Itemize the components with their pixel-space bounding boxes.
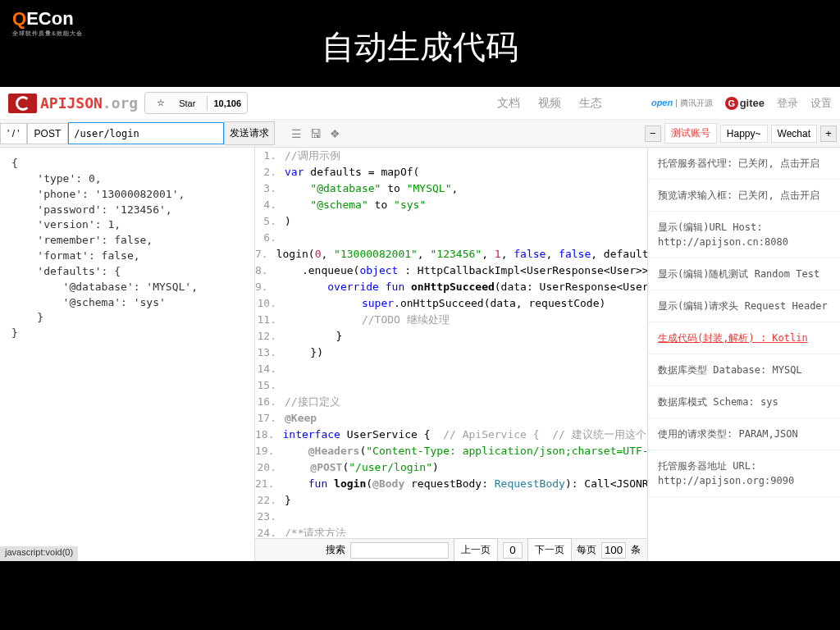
sidebar-item[interactable]: 托管服务器地址 URL: http://apijson.org:9090 xyxy=(648,450,840,497)
nav: 文档 视频 生态 xyxy=(497,96,602,111)
layers-icon[interactable]: ❖ xyxy=(330,127,340,140)
status-bar: javascript:void(0) xyxy=(0,546,78,561)
gitee-link[interactable]: Ggitee xyxy=(725,97,765,110)
next-page-button[interactable]: 下一页 xyxy=(527,538,572,561)
happy-tag[interactable]: Happy~ xyxy=(720,125,768,143)
code-pane: 1.//调用示例2.var defaults = mapOf(3. "@data… xyxy=(254,148,648,561)
code-line: 7.login(0, "13000082001", "123456", 1, f… xyxy=(255,246,647,262)
code-line: 9. override fun onHttpSucceed(data: User… xyxy=(255,279,647,295)
code-line: 14. xyxy=(255,361,647,377)
sidebar-item[interactable]: 显示(编辑)URL Host: http://apijson.cn:8080 xyxy=(648,212,840,258)
code-line: 20. @POST("/user/login") xyxy=(255,459,647,476)
code-line: 6. xyxy=(255,230,647,246)
apijson-logo-icon xyxy=(8,94,37,113)
settings-link[interactable]: 设置 xyxy=(810,96,832,111)
prev-page-button[interactable]: 上一页 xyxy=(454,538,498,561)
minus-button[interactable]: − xyxy=(645,126,661,142)
login-link[interactable]: 登录 xyxy=(777,96,798,111)
nav-eco[interactable]: 生态 xyxy=(579,96,602,111)
plus-button[interactable]: + xyxy=(820,126,837,142)
send-button[interactable]: 发送请求 xyxy=(224,121,275,145)
star-icon: ☆ xyxy=(151,95,171,111)
github-star-button[interactable]: ☆Star 10,106 xyxy=(144,92,248,114)
save-icon[interactable]: 🖫 xyxy=(310,127,322,140)
app-window: APIJSON.org ☆Star 10,106 文档 视频 生态 open |… xyxy=(0,87,840,561)
code-line: 8. .enqueue(object : HttpCallbackImpl<Us… xyxy=(255,262,647,279)
sidebar-item[interactable]: 数据库类型 Database: MYSQL xyxy=(648,354,840,386)
brand: APIJSON.org xyxy=(40,94,138,112)
code-line: 22.} xyxy=(255,492,647,509)
sidebar-item[interactable]: 显示(编辑)随机测试 Random Test xyxy=(648,258,840,290)
toolbar: ' / ' POST 发送请求 ☰ 🖫 ❖ − 测试账号 Happy~ Wech… xyxy=(0,120,840,148)
url-input[interactable] xyxy=(68,122,224,144)
request-body-editor[interactable]: { 'type': 0, 'phone': '13000082001', 'pa… xyxy=(0,148,254,561)
code-line: 24./**请求方法 xyxy=(255,525,647,536)
sidebar-item[interactable]: 托管服务器代理: 已关闭, 点击开启 xyxy=(648,148,840,180)
nav-docs[interactable]: 文档 xyxy=(497,96,520,111)
code-line: 17.@Keep xyxy=(255,410,647,427)
code-line: 11. //TODO 继续处理 xyxy=(255,312,647,328)
code-line: 5.) xyxy=(255,213,647,230)
settings-sidebar: 托管服务器代理: 已关闭, 点击开启预览请求输入框: 已关闭, 点击开启显示(编… xyxy=(648,148,840,561)
code-line: 13. }) xyxy=(255,345,647,361)
sidebar-item[interactable]: 生成代码(封装,解析) : Kotlin xyxy=(648,322,840,354)
code-line: 2.var defaults = mapOf( xyxy=(255,164,647,180)
code-line: 16.//接口定义 xyxy=(255,394,647,410)
code-line: 21. fun login(@Body requestBody: Request… xyxy=(255,476,647,492)
code-line: 3. "@database" to "MYSQL", xyxy=(255,180,647,197)
sidebar-item[interactable]: 使用的请求类型: PARAM,JSON xyxy=(648,418,840,450)
wechat-tag[interactable]: Wechat xyxy=(771,125,817,143)
sidebar-item[interactable]: 预览请求输入框: 已关闭, 点击开启 xyxy=(648,180,840,212)
method-button[interactable]: POST xyxy=(27,123,69,144)
slide-title: 自动生成代码 xyxy=(0,0,840,70)
test-account-tag[interactable]: 测试账号 xyxy=(664,123,717,144)
code-line: 1.//调用示例 xyxy=(255,148,647,164)
tencent-open-link[interactable]: open | 腾讯开源 xyxy=(651,98,713,109)
list-icon[interactable]: ☰ xyxy=(291,127,302,140)
code-line: 15. xyxy=(255,377,647,394)
sidebar-item[interactable]: 数据库模式 Schema: sys xyxy=(648,386,840,418)
generated-code[interactable]: 1.//调用示例2.var defaults = mapOf(3. "@data… xyxy=(255,148,647,536)
qecon-logo: QECon 全球软件质量&效能大会 xyxy=(12,8,83,38)
sidebar-item[interactable]: 显示(编辑)请求头 Request Header xyxy=(648,290,840,322)
slash-button[interactable]: ' / ' xyxy=(0,123,27,144)
page-number-input[interactable] xyxy=(503,542,523,559)
search-input[interactable] xyxy=(350,542,449,559)
per-page-input[interactable] xyxy=(601,542,626,559)
code-line: 19. @Headers("Content-Type: application/… xyxy=(255,443,647,459)
code-line: 10. super.onHttpSucceed(data, requestCod… xyxy=(255,295,647,312)
code-line: 18.interface UserService { // ApiService… xyxy=(255,427,647,443)
nav-video[interactable]: 视频 xyxy=(538,96,561,111)
search-bar: 搜索 上一页 下一页 每页 条 xyxy=(255,538,647,561)
header: APIJSON.org ☆Star 10,106 文档 视频 生态 open |… xyxy=(0,87,840,120)
code-line: 4. "@schema" to "sys" xyxy=(255,197,647,213)
code-line: 12. } xyxy=(255,328,647,345)
code-line: 23. xyxy=(255,509,647,525)
